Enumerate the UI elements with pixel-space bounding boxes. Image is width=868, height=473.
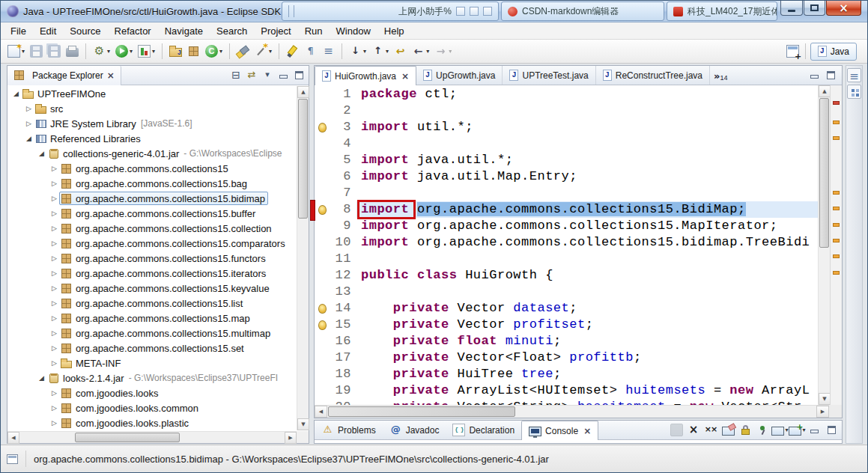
occurrence-mark-icon[interactable] xyxy=(833,271,840,275)
tree-expanded-arrow-icon[interactable]: ◢ xyxy=(37,150,46,157)
tree-collapsed-arrow-icon[interactable]: ▷ xyxy=(49,165,59,172)
last-edit-location-button[interactable] xyxy=(392,42,409,61)
tree-collapsed-arrow-icon[interactable]: ▷ xyxy=(49,329,59,337)
console-tab-declaration[interactable]: Declaration xyxy=(446,421,521,439)
package-explorer-hscrollbar[interactable] xyxy=(7,431,297,443)
show-whitespace-button[interactable] xyxy=(302,42,319,61)
tree-collapsed-arrow-icon[interactable]: ▷ xyxy=(49,299,59,307)
editor-vscrollbar[interactable] xyxy=(818,85,830,405)
tree-item[interactable]: ▷org.apache.commons.collections15.set xyxy=(8,341,296,355)
remove-all-terminated-button[interactable] xyxy=(703,423,718,438)
console-tab-problems[interactable]: Problems xyxy=(315,421,383,439)
new-class-button[interactable]: ▾ xyxy=(203,42,225,61)
close-window-button[interactable] xyxy=(826,1,861,16)
open-perspective-button[interactable] xyxy=(786,44,801,59)
minimize-window-button[interactable] xyxy=(780,1,803,16)
scroll-right-icon[interactable] xyxy=(285,432,297,444)
occurrence-mark-icon[interactable] xyxy=(833,191,840,195)
tree-item[interactable]: ▷JRE System Library[JavaSE-1.6] xyxy=(8,116,296,131)
minimize-editor-button[interactable] xyxy=(807,68,822,83)
previous-annotation-button[interactable]: ▾ xyxy=(369,42,391,61)
editor-tab-huigrowth-java[interactable]: HuiGrowth.java xyxy=(315,66,416,85)
console-content[interactable] xyxy=(315,440,842,443)
scrollbar-thumb[interactable] xyxy=(819,98,829,248)
tree-item[interactable]: ▷org.apache.commons.collections15.bidima… xyxy=(8,191,296,206)
tree-collapsed-arrow-icon[interactable]: ▷ xyxy=(49,195,59,202)
scroll-lock-button[interactable] xyxy=(738,423,753,438)
package-explorer-tab[interactable]: Package Explorer xyxy=(7,66,121,85)
menu-navigate[interactable]: Navigate xyxy=(158,24,210,38)
close-tab-icon[interactable] xyxy=(401,71,409,82)
scroll-left-icon[interactable] xyxy=(315,406,327,418)
scroll-up-icon[interactable] xyxy=(819,85,831,97)
scroll-right-icon[interactable] xyxy=(816,406,829,418)
menu-refactor[interactable]: Refactor xyxy=(108,24,158,38)
overview-ruler[interactable] xyxy=(830,85,842,405)
tree-item[interactable]: ◢Referenced Libraries xyxy=(8,131,296,146)
tree-expanded-arrow-icon[interactable]: ◢ xyxy=(24,135,34,142)
tree-item[interactable]: ▷org.apache.commons.collections15 xyxy=(8,161,296,176)
tree-item[interactable]: ▷org.apache.commons.collections15.list xyxy=(8,296,296,311)
block-selection-button[interactable] xyxy=(320,42,337,61)
maximize-view-button[interactable] xyxy=(291,68,306,83)
java-perspective-button[interactable]: Java xyxy=(810,43,857,61)
search-button[interactable] xyxy=(234,42,252,61)
new-element-button[interactable]: ▾ xyxy=(252,42,274,61)
menu-run[interactable]: Run xyxy=(298,24,330,38)
close-tab-icon[interactable] xyxy=(583,426,591,436)
occurrence-mark-icon[interactable] xyxy=(833,101,840,105)
external-tools-button[interactable]: ▾ xyxy=(91,42,112,61)
scroll-down-icon[interactable] xyxy=(297,418,309,430)
new-package-button[interactable] xyxy=(185,42,202,61)
tree-collapsed-arrow-icon[interactable]: ▷ xyxy=(49,225,59,232)
tree-item[interactable]: ▷com.jgoodies.looks.plastic xyxy=(8,415,296,430)
occurrence-mark-icon[interactable] xyxy=(833,207,840,210)
menu-file[interactable]: File xyxy=(4,24,33,38)
console-tab-console[interactable]: Console xyxy=(521,421,598,440)
tree-item[interactable]: ▷org.apache.commons.collections15.iterat… xyxy=(8,266,296,281)
occurrence-mark-icon[interactable] xyxy=(833,239,840,242)
menu-window[interactable]: Window xyxy=(330,24,377,38)
close-view-icon[interactable] xyxy=(107,70,115,81)
new-wizard-button[interactable]: ▾ xyxy=(5,42,27,61)
clear-console-button[interactable] xyxy=(720,423,735,438)
menu-search[interactable]: Search xyxy=(210,24,254,38)
tree-expanded-arrow-icon[interactable]: ◢ xyxy=(11,90,21,97)
menu-project[interactable]: Project xyxy=(254,24,297,38)
tree-item[interactable]: ▷org.apache.commons.collections15.collec… xyxy=(8,221,296,236)
maximize-editor-button[interactable] xyxy=(823,68,838,83)
open-console-button[interactable]: ▾ xyxy=(789,423,804,438)
tree-collapsed-arrow-icon[interactable]: ▷ xyxy=(49,359,59,367)
remove-launch-button[interactable] xyxy=(686,423,701,438)
tree-item[interactable]: ◢looks-2.1.4.jar- G:\Workspaces\Eclipse3… xyxy=(8,370,296,385)
console-tab-javadoc[interactable]: Javadoc xyxy=(383,421,446,439)
tree-collapsed-arrow-icon[interactable]: ▷ xyxy=(49,210,59,217)
mark-occurrences-button[interactable] xyxy=(284,42,301,61)
tree-collapsed-arrow-icon[interactable]: ▷ xyxy=(49,389,59,397)
collapse-all-button[interactable] xyxy=(228,68,243,83)
package-explorer-vscrollbar[interactable] xyxy=(297,86,309,430)
tree-item[interactable]: ▷org.apache.commons.collections15.multim… xyxy=(8,326,296,341)
tree-item[interactable]: ▷META-INF xyxy=(8,355,296,370)
tree-item[interactable]: ▷com.jgoodies.looks.common xyxy=(8,400,296,415)
tree-item[interactable]: ▷org.apache.commons.collections15.compar… xyxy=(8,236,296,251)
tree-collapsed-arrow-icon[interactable]: ▷ xyxy=(49,269,59,277)
menu-source[interactable]: Source xyxy=(63,24,107,38)
maximize-window-button[interactable] xyxy=(804,1,825,16)
next-annotation-button[interactable]: ▾ xyxy=(347,42,368,61)
minimize-view-button[interactable] xyxy=(807,423,822,438)
occurrence-mark-icon[interactable] xyxy=(833,136,840,140)
tree-collapsed-arrow-icon[interactable]: ▷ xyxy=(49,404,59,412)
tree-collapsed-arrow-icon[interactable]: ▷ xyxy=(49,254,59,262)
menu-help[interactable]: Help xyxy=(377,24,411,38)
print-button[interactable] xyxy=(64,42,81,61)
scrollbar-thumb[interactable] xyxy=(75,433,180,442)
scroll-left-icon[interactable] xyxy=(7,432,19,444)
fast-view-dock-icon[interactable] xyxy=(7,454,18,464)
tree-collapsed-arrow-icon[interactable]: ▷ xyxy=(49,180,59,187)
tree-collapsed-arrow-icon[interactable]: ▷ xyxy=(49,419,59,427)
back-button[interactable]: ▾ xyxy=(410,42,431,61)
tree-item[interactable]: ▷src xyxy=(8,101,296,116)
display-selected-console-button[interactable]: ▾ xyxy=(772,423,787,438)
pin-console-button[interactable] xyxy=(755,423,770,438)
